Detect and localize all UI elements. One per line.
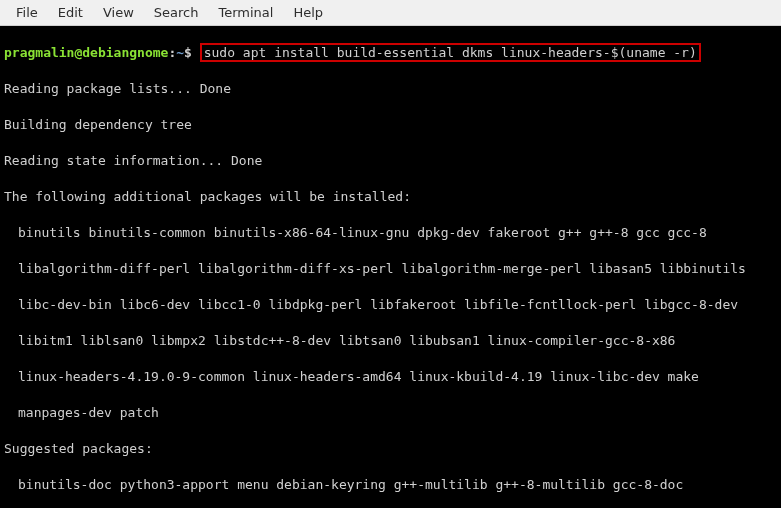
menu-search[interactable]: Search [144, 1, 209, 24]
out-line: binutils binutils-common binutils-x86-64… [4, 224, 777, 242]
out-line: The following additional packages will b… [4, 188, 777, 206]
prompt-sigil: $ [184, 45, 200, 60]
out-line: Building dependency tree [4, 116, 777, 134]
menu-edit[interactable]: Edit [48, 1, 93, 24]
out-line: Suggested packages: [4, 440, 777, 458]
prompt-line: pragmalin@debiangnome:~$ sudo apt instal… [4, 44, 777, 62]
menu-help[interactable]: Help [283, 1, 333, 24]
out-line: libalgorithm-diff-perl libalgorithm-diff… [4, 260, 777, 278]
out-line: libitm1 liblsan0 libmpx2 libstdc++-8-dev… [4, 332, 777, 350]
prompt-path: ~ [176, 45, 184, 60]
menu-terminal[interactable]: Terminal [208, 1, 283, 24]
out-line: binutils-doc python3-apport menu debian-… [4, 476, 777, 494]
out-line: Reading package lists... Done [4, 80, 777, 98]
out-line: linux-headers-4.19.0-9-common linux-head… [4, 368, 777, 386]
out-line: libc-dev-bin libc6-dev libcc1-0 libdpkg-… [4, 296, 777, 314]
menu-file[interactable]: File [6, 1, 48, 24]
menubar: File Edit View Search Terminal Help [0, 0, 781, 26]
command-highlight: sudo apt install build-essential dkms li… [200, 43, 701, 62]
out-line: manpages-dev patch [4, 404, 777, 422]
prompt-user-host: pragmalin@debiangnome [4, 45, 168, 60]
menu-view[interactable]: View [93, 1, 144, 24]
out-line: Reading state information... Done [4, 152, 777, 170]
terminal-output[interactable]: pragmalin@debiangnome:~$ sudo apt instal… [0, 26, 781, 508]
